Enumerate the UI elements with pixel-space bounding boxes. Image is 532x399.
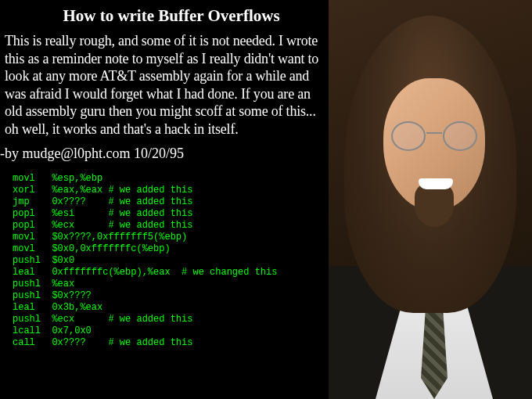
assembly-code-block: movl %esp,%ebp xorl %eax,%eax # we added… bbox=[5, 173, 322, 349]
byline: -by mudge@l0pht.com 10/20/95 bbox=[0, 146, 322, 162]
author-portrait bbox=[329, 0, 532, 399]
page-title: How to write Buffer Overflows bbox=[5, 6, 322, 26]
intro-paragraph: This is really rough, and some of it is … bbox=[5, 32, 322, 138]
